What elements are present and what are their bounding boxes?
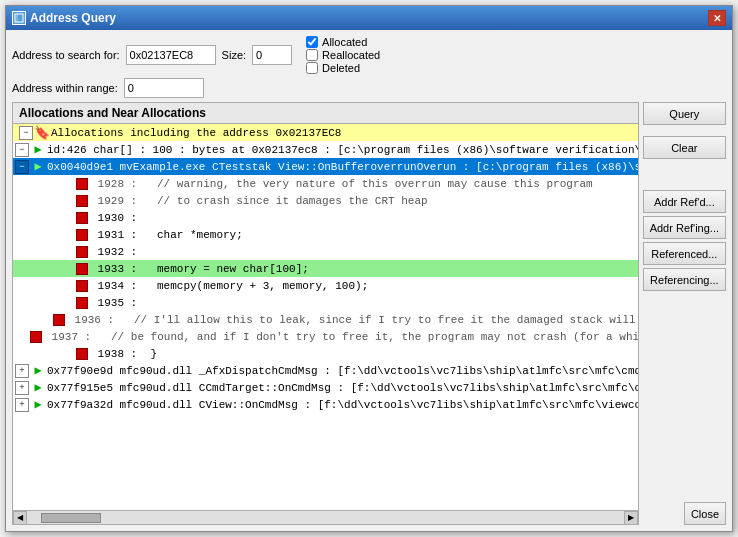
- expand-plus-icon[interactable]: +: [15, 364, 29, 378]
- reallocated-checkbox[interactable]: [306, 49, 318, 61]
- tree-node-text: 0x77f90e9d mfc90ud.dll _AfxDispatchCmdMs…: [47, 365, 638, 377]
- allocated-label: Allocated: [322, 36, 367, 48]
- reallocated-checkbox-item[interactable]: Reallocated: [306, 49, 380, 61]
- deleted-checkbox-item[interactable]: Deleted: [306, 62, 380, 74]
- address-row: Address to search for: Size: Allocated R…: [12, 36, 726, 74]
- tree-item[interactable]: 1933 : memory = new char[100];: [13, 260, 638, 277]
- tree-item[interactable]: 1937 : // be found, and if I don't try t…: [13, 328, 638, 345]
- expand-plus-icon[interactable]: +: [15, 398, 29, 412]
- tree-node-text: 1932 :: [91, 246, 636, 258]
- tree-node-text: 0x0040d9e1 mvExample.exe CTeststak View:…: [47, 161, 638, 173]
- expand-minus-icon[interactable]: −: [15, 143, 29, 157]
- clear-button[interactable]: Clear: [643, 136, 726, 159]
- tree-node-text: 0x77f9a32d mfc90ud.dll CView::OnCmdMsg :…: [47, 399, 638, 411]
- allocated-checkbox[interactable]: [306, 36, 318, 48]
- deleted-checkbox[interactable]: [306, 62, 318, 74]
- tree-item[interactable]: 1934 : memcpy(memory + 3, memory, 100);: [13, 277, 638, 294]
- tree-item[interactable]: 1930 :: [13, 209, 638, 226]
- range-row: Address within range:: [12, 78, 726, 98]
- tree-node-text: 1937 : // be found, and if I don't try t…: [45, 331, 638, 343]
- tree-node-text: 1936 : // I'll allow this to leak, since…: [68, 314, 636, 326]
- tree-node-text: id:426 char[] : 100 : bytes at 0x02137ec…: [47, 144, 638, 156]
- tree-node-text: 1928 : // warning, the very nature of th…: [91, 178, 636, 190]
- tree-item[interactable]: 1931 : char *memory;: [13, 226, 638, 243]
- window-close-button[interactable]: ✕: [708, 10, 726, 26]
- right-bottom-buttons: Close: [643, 502, 726, 525]
- top-form: Address to search for: Size: Allocated R…: [12, 36, 726, 98]
- tree-node-text: 1929 : // to crash since it damages the …: [91, 195, 636, 207]
- tree-node-text: 1938 : }: [91, 348, 636, 360]
- referencing-button[interactable]: Referencing...: [643, 268, 726, 291]
- addr-refing-button[interactable]: Addr Ref'ing...: [643, 216, 726, 239]
- reallocated-label: Reallocated: [322, 49, 380, 61]
- expand-minus-icon[interactable]: −: [19, 126, 33, 140]
- red-square-icon: [75, 347, 89, 361]
- green-arrow-icon: ▶: [31, 160, 45, 174]
- tree-node-text: 1935 :: [91, 297, 636, 309]
- close-button[interactable]: Close: [684, 502, 726, 525]
- tree-node-text: 1930 :: [91, 212, 636, 224]
- scrollbar-thumb[interactable]: [41, 513, 101, 523]
- referenced-button[interactable]: Referenced...: [643, 242, 726, 265]
- tree-item[interactable]: − ▶ id:426 char[] : 100 : bytes at 0x021…: [13, 141, 638, 158]
- red-square-icon: [75, 194, 89, 208]
- query-button[interactable]: Query: [643, 102, 726, 125]
- red-square-icon: [75, 211, 89, 225]
- red-square-icon: [75, 177, 89, 191]
- expand-plus-icon[interactable]: +: [15, 381, 29, 395]
- tree-node-text: 1934 : memcpy(memory + 3, memory, 100);: [91, 280, 636, 292]
- address-input[interactable]: [126, 45, 216, 65]
- green-arrow-icon: ▶: [31, 143, 45, 157]
- scroll-left-button[interactable]: ◀: [13, 511, 27, 525]
- tree-item[interactable]: 1929 : // to crash since it damages the …: [13, 192, 638, 209]
- bookmark-icon: 🔖: [35, 126, 49, 140]
- right-column: Query Clear Addr Ref'd... Addr Ref'ing..…: [643, 102, 726, 525]
- right-top-buttons: Query Clear Addr Ref'd... Addr Ref'ing..…: [643, 102, 726, 291]
- checkboxes: Allocated Reallocated Deleted: [306, 36, 380, 74]
- tree-item[interactable]: + ▶ 0x77f9a32d mfc90ud.dll CView::OnCmdM…: [13, 396, 638, 413]
- window-icon: [12, 11, 26, 25]
- tree-item[interactable]: 1936 : // I'll allow this to leak, since…: [13, 311, 638, 328]
- window-content: Address to search for: Size: Allocated R…: [6, 30, 732, 531]
- range-label: Address within range:: [12, 82, 118, 94]
- tree-item[interactable]: 1928 : // warning, the very nature of th…: [13, 175, 638, 192]
- title-bar-left: Address Query: [12, 11, 116, 25]
- tree-item[interactable]: 1938 : }: [13, 345, 638, 362]
- address-query-window: Address Query ✕ Address to search for: S…: [5, 5, 733, 532]
- tree-item[interactable]: − 🔖 Allocations including the address 0x…: [13, 124, 638, 141]
- allocated-checkbox-item[interactable]: Allocated: [306, 36, 380, 48]
- green-arrow-icon: ▶: [31, 381, 45, 395]
- main-area: Allocations and Near Allocations − 🔖 All…: [12, 102, 726, 525]
- tree-item[interactable]: 1932 :: [13, 243, 638, 260]
- tree-item[interactable]: + ▶ 0x77f915e5 mfc90ud.dll CCmdTarget::O…: [13, 379, 638, 396]
- tree-node-text: Allocations including the address 0x0213…: [51, 127, 636, 139]
- addr-refd-button[interactable]: Addr Ref'd...: [643, 190, 726, 213]
- window-title: Address Query: [30, 11, 116, 25]
- red-square-icon: [75, 279, 89, 293]
- tree-item[interactable]: 1935 :: [13, 294, 638, 311]
- range-input[interactable]: [124, 78, 204, 98]
- red-square-icon: [52, 313, 66, 327]
- tree-node-text: 1933 : memory = new char[100];: [91, 263, 636, 275]
- deleted-label: Deleted: [322, 62, 360, 74]
- tree-node-text: 1931 : char *memory;: [91, 229, 636, 241]
- allocations-panel: Allocations and Near Allocations − 🔖 All…: [12, 102, 639, 525]
- tree-item[interactable]: + ▶ 0x77f90e9d mfc90ud.dll _AfxDispatchC…: [13, 362, 638, 379]
- red-square-icon: [75, 262, 89, 276]
- tree-node-text: 0x77f915e5 mfc90ud.dll CCmdTarget::OnCmd…: [47, 382, 638, 394]
- panel-header: Allocations and Near Allocations: [13, 103, 638, 124]
- title-bar: Address Query ✕: [6, 6, 732, 30]
- horizontal-scrollbar[interactable]: ◀ ▶: [13, 510, 638, 524]
- scroll-right-button[interactable]: ▶: [624, 511, 638, 525]
- svg-rect-0: [15, 14, 23, 22]
- green-arrow-icon: ▶: [31, 398, 45, 412]
- expand-minus-icon[interactable]: −: [15, 160, 29, 174]
- size-label: Size:: [222, 49, 246, 61]
- tree-area[interactable]: − 🔖 Allocations including the address 0x…: [13, 124, 638, 510]
- red-square-icon: [75, 228, 89, 242]
- red-square-icon: [29, 330, 43, 344]
- size-input[interactable]: [252, 45, 292, 65]
- address-label: Address to search for:: [12, 49, 120, 61]
- red-square-icon: [75, 245, 89, 259]
- tree-item[interactable]: − ▶ 0x0040d9e1 mvExample.exe CTeststak V…: [13, 158, 638, 175]
